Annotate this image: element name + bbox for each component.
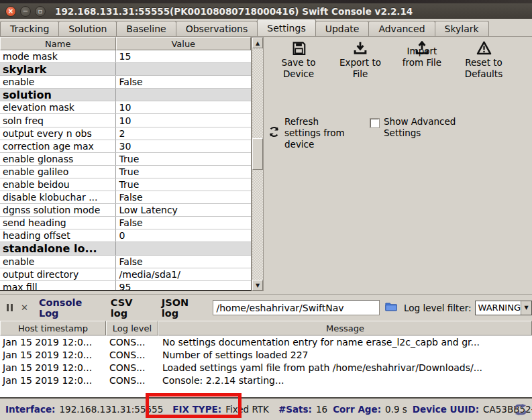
tab-advanced[interactable]: Advanced [368, 21, 435, 36]
tab-observations[interactable]: Observations [176, 21, 258, 36]
refresh-settings-button[interactable]: Refresh settings from device [268, 116, 357, 150]
csv-log-tab[interactable]: CSV log [111, 297, 147, 319]
status-bar: Interface: 192.168.131.31:55555 FIX TYPE… [0, 397, 532, 420]
export-to-file-button[interactable]: Export to File [334, 40, 386, 80]
table-row[interactable]: send headingFalse [0, 217, 251, 229]
interface-value: 192.168.131.31:55555 [59, 404, 163, 415]
table-row[interactable]: dgnss solution modeLow Latency [0, 204, 251, 217]
table-section-row[interactable]: skylark [0, 63, 251, 76]
save-to-device-button[interactable]: Save to Device [272, 40, 325, 80]
warning-icon [476, 40, 492, 55]
clear-log-icon[interactable]: ✕ [21, 303, 28, 313]
refresh-icon [268, 126, 280, 140]
corr-age-value: 0.9 s [385, 404, 407, 415]
log-row[interactable]: Jan 15 2019 12:0...CONS...Loaded setting… [0, 361, 532, 374]
swift-console-window: × − ▫ 192.168.131.31:55555(PK00108080718… [0, 0, 532, 420]
log-row[interactable]: Jan 15 2019 12:0...CONS...No settings do… [0, 335, 532, 348]
fix-type-label: FIX TYPE: [172, 404, 221, 415]
scrollbar-thumb[interactable] [252, 138, 263, 170]
log-level-filter-label: Log level filter: [404, 303, 472, 313]
tab-skylark[interactable]: Skylark [435, 21, 489, 36]
sats-value: 16 [316, 404, 327, 415]
table-row[interactable]: output directory/media/sda1/ [0, 268, 251, 281]
title-bar: × − ▫ 192.168.131.31:55555(PK00108080718… [0, 3, 532, 19]
column-header-name[interactable]: Name [0, 37, 116, 50]
corr-age-label: Corr Age: [333, 404, 381, 415]
table-row[interactable]: correction age max30 [0, 140, 251, 153]
save-icon [292, 40, 306, 55]
main-tab-bar: Tracking Solution Baseline Observations … [0, 19, 532, 37]
scroll-up-icon[interactable]: ▲ [252, 38, 263, 48]
pause-icon[interactable] [7, 304, 13, 311]
column-header-message[interactable]: Message [158, 321, 532, 335]
show-advanced-checkbox[interactable] [370, 119, 379, 127]
tab-baseline[interactable]: Baseline [116, 21, 176, 36]
export-icon [353, 40, 368, 55]
folder-icon[interactable] [385, 301, 397, 314]
log-path-input[interactable] [213, 300, 380, 315]
reset-to-defaults-button[interactable]: Reset to Defaults [458, 40, 510, 80]
window-close-button[interactable]: × [5, 6, 16, 17]
settings-table-header: Name Value [0, 37, 251, 50]
table-row[interactable]: enable glonassTrue [0, 153, 251, 166]
sats-label: #Sats: [278, 404, 312, 415]
log-row[interactable]: Jan 15 2019 12:0...CONS...Console: 2.2.1… [0, 374, 532, 386]
log-row[interactable]: Jan 15 2019 12:0...CONS...Number of sett… [0, 348, 532, 361]
settings-scrollbar[interactable]: ▲ ▼ [252, 37, 264, 291]
table-row[interactable]: heading offset0 [0, 229, 251, 242]
column-header-log-level[interactable]: Log level [106, 321, 158, 335]
tab-tracking[interactable]: Tracking [0, 21, 59, 36]
tab-settings[interactable]: Settings [257, 19, 315, 36]
show-advanced-label: Show Advanced Settings [384, 116, 459, 139]
table-row[interactable]: enableFalse [0, 76, 251, 89]
table-section-row[interactable]: solution [0, 89, 251, 101]
scroll-down-icon[interactable]: ▼ [252, 280, 263, 291]
fix-type-value: Fixed RTK [225, 404, 269, 415]
json-log-tab[interactable]: JSON log [162, 297, 203, 319]
device-uuid-label: Device UUID: [413, 404, 479, 415]
tab-update[interactable]: Update [315, 21, 370, 36]
import-from-file-button[interactable]: Import from File [396, 40, 448, 80]
table-row[interactable]: enable galileoTrue [0, 166, 251, 178]
table-row[interactable]: enableFalse [0, 256, 251, 268]
log-table-header: Host timestamp Log level Message [0, 321, 532, 335]
settings-table: Name Value mode mask15 skylark enableFal… [0, 37, 252, 291]
console-log-tab[interactable]: Console Log [39, 297, 96, 319]
table-row[interactable]: output every n obs2 [0, 127, 251, 140]
table-row[interactable]: disable klobuchar ...False [0, 191, 251, 204]
table-section-row[interactable]: standalone lo... [0, 242, 251, 255]
log-level-dropdown[interactable]: WARNING ▼ [475, 301, 532, 315]
log-table-body: Jan 15 2019 12:0...CONS...No settings do… [0, 335, 532, 397]
dropdown-arrow-icon[interactable]: ▼ [521, 301, 531, 315]
window-title: 192.168.131.31:55555(PK00108080718000416… [55, 6, 413, 17]
table-row[interactable]: enable beidouTrue [0, 178, 251, 191]
table-row[interactable]: max fill95 [0, 281, 251, 291]
settings-actions-panel: Save to Device Export to File Import fro… [264, 37, 532, 294]
column-header-value[interactable]: Value [116, 37, 251, 50]
table-row[interactable]: mode mask15 [0, 50, 251, 63]
interface-label: Interface: [5, 404, 55, 415]
table-row[interactable]: elevation mask10 [0, 101, 251, 114]
settings-panel: Name Value mode mask15 skylark enableFal… [0, 37, 532, 294]
console-toolbar: ✕ Console Log CSV log JSON log Log level… [0, 294, 532, 321]
reconnect-cycle-icon[interactable] [513, 404, 528, 417]
window-minimize-button[interactable]: − [20, 6, 31, 17]
tab-solution[interactable]: Solution [58, 21, 117, 36]
column-header-host-timestamp[interactable]: Host timestamp [0, 321, 106, 335]
table-row[interactable]: soln freq10 [0, 114, 251, 127]
window-maximize-button[interactable]: ▫ [35, 6, 46, 17]
